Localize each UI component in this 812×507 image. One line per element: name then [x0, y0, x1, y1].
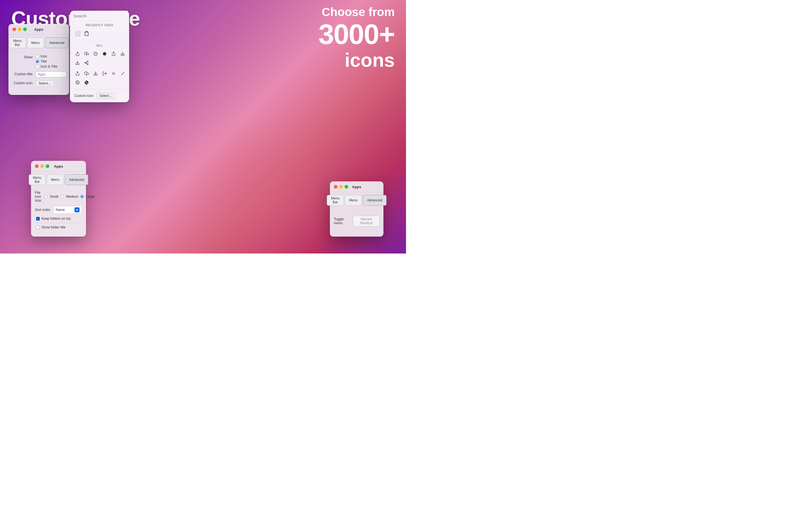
tab-menu-2[interactable]: Menu [47, 174, 64, 185]
all-label: ALL [70, 41, 129, 48]
win1-body: Show: Icon Title Icon & Title [8, 51, 69, 95]
heading-choose: Choose from 3000+ icons [318, 6, 395, 71]
icon-share3[interactable] [82, 59, 91, 67]
icon-share-up[interactable] [73, 50, 82, 58]
show-folder-title-row: Show folder title [36, 225, 82, 229]
tl-yellow-3 [339, 185, 343, 188]
window-tabs-2: Menu Bar Menu Advanced [31, 172, 86, 188]
heading-choose-line2: 3000+ [318, 18, 395, 50]
radio-title[interactable]: Title [36, 59, 57, 63]
win2-body: File icon size: Small Medium Large Sort … [31, 188, 86, 237]
icon-square[interactable]: ⬜ [73, 29, 82, 38]
picker-bottom: Custom icon: Select... [70, 91, 129, 102]
icon-download[interactable] [118, 50, 127, 58]
titlebar-1: Apps [8, 24, 69, 35]
sort-order-label: Sort order: [35, 208, 51, 212]
radio-icon-title[interactable]: Icon & Title [36, 64, 57, 68]
show-radio-group: Icon Title Icon & Title [36, 54, 57, 68]
icon-save-down[interactable] [91, 69, 100, 78]
window-title-2: Apps [54, 164, 63, 168]
label-small: Small [50, 194, 58, 199]
icon-circle[interactable] [100, 50, 109, 58]
keep-folders-label: Keep folders on top [42, 217, 71, 221]
tl-yellow-2 [40, 164, 44, 168]
tab-menu-3[interactable]: Menu [345, 195, 362, 206]
all-icons-row1 [70, 48, 129, 68]
checkbox-keep-folders[interactable]: ✓ [36, 217, 40, 221]
radio-icon[interactable]: Icon [36, 54, 57, 58]
sort-select[interactable]: Name ▼ [53, 206, 82, 214]
traffic-lights-2 [35, 164, 49, 168]
icon-search-input[interactable] [73, 13, 126, 18]
tab-advanced-2[interactable]: Advanced [65, 174, 88, 185]
recently-used-grid: ⬜ [70, 28, 129, 39]
radio-small[interactable] [44, 195, 48, 198]
toggle-menu-label: Toggle menu: [334, 217, 351, 225]
window-apps-advanced: Apps Menu Bar Menu Advanced File icon si… [31, 161, 86, 237]
icon-upload-box[interactable] [82, 50, 91, 58]
tab-advanced-3[interactable]: Advanced [363, 195, 386, 206]
label-large: Large [86, 194, 95, 199]
file-icon-size-label: File icon size: [35, 191, 42, 203]
window-title-3: Apps [352, 185, 361, 189]
keep-folders-row: ✓ Keep folders on top [36, 217, 82, 221]
radio-circle-icon-title [36, 65, 39, 68]
tab-advanced-1[interactable]: Advanced [45, 38, 68, 48]
picker-custom-icon-label: Custom icon: [74, 94, 94, 98]
icon-upload2[interactable] [73, 69, 82, 78]
tl-red-2[interactable] [35, 164, 39, 168]
picker-divider [73, 40, 126, 40]
tab-menubar-2[interactable]: Menu Bar [29, 174, 46, 185]
icon-refresh[interactable] [91, 50, 100, 58]
win2-divider [35, 223, 82, 223]
svg-line-11 [86, 63, 87, 64]
tab-menu-1[interactable]: Menu [27, 38, 44, 48]
titlebar-2: Apps [31, 161, 86, 172]
radio-medium[interactable] [61, 195, 64, 198]
heading-choose-line3: icons [318, 50, 395, 71]
titlebar-3: Apps [330, 181, 384, 192]
custom-icon-row: Custom icon: Select... [13, 80, 64, 87]
svg-line-19 [76, 81, 79, 83]
radio-circle-icon [36, 55, 39, 58]
all-icons-row2 [70, 68, 129, 88]
icon-exit[interactable] [100, 69, 109, 78]
icon-share2[interactable] [109, 50, 118, 58]
icon-inbox-down[interactable] [82, 69, 91, 78]
custom-title-input[interactable] [36, 71, 66, 77]
icon-slash1[interactable] [73, 78, 82, 87]
tl-red-1[interactable] [12, 27, 16, 31]
tab-menubar-3[interactable]: Menu Bar [327, 195, 344, 206]
icon-clipboard[interactable] [82, 29, 91, 38]
radio-circle-title [36, 60, 39, 63]
window-title-1: Apps [34, 27, 43, 32]
icon-download2[interactable] [73, 59, 82, 67]
custom-title-label: Custom title: [13, 71, 36, 76]
checkbox-show-folder[interactable] [36, 226, 40, 229]
icon-slash2[interactable] [82, 78, 91, 87]
show-row: Show: Icon Title Icon & Title [13, 54, 64, 68]
win3-body: Toggle menu: Record Shortcut [330, 209, 384, 237]
tl-red-3[interactable] [334, 185, 338, 188]
window-tabs-1: Menu Bar Menu Advanced [8, 35, 69, 51]
svg-line-17 [121, 72, 124, 75]
record-shortcut-btn[interactable]: Record Shortcut [353, 216, 379, 226]
tl-green-3 [345, 185, 348, 188]
custom-title-row: Custom title: [13, 71, 64, 77]
select-icon-btn-1[interactable]: Select... [36, 80, 54, 87]
picker-select-btn[interactable]: Select... [96, 93, 115, 99]
custom-icon-label: Custom icon: [13, 80, 36, 85]
icon-forward[interactable] [109, 69, 118, 78]
icon-pencil[interactable] [118, 69, 127, 78]
heading-choose-line1: Choose from [318, 6, 395, 18]
tl-yellow-1 [18, 27, 21, 31]
toggle-menu-row: Toggle menu: Record Shortcut [334, 216, 379, 226]
tab-menubar-1[interactable]: Menu Bar [9, 38, 26, 48]
tl-green-2 [46, 164, 49, 168]
sort-value: Name [56, 208, 65, 212]
svg-line-12 [86, 62, 87, 62]
sort-arrow-icon: ▼ [74, 207, 80, 212]
show-label: Show: [13, 54, 36, 59]
radio-large[interactable] [80, 195, 84, 198]
radio-label-icon: Icon [41, 54, 47, 58]
